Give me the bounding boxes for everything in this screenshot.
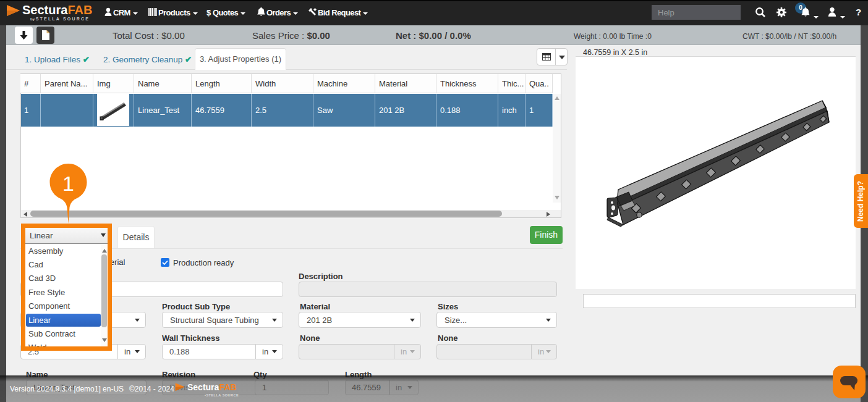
- svg-text:1: 1: [62, 172, 74, 195]
